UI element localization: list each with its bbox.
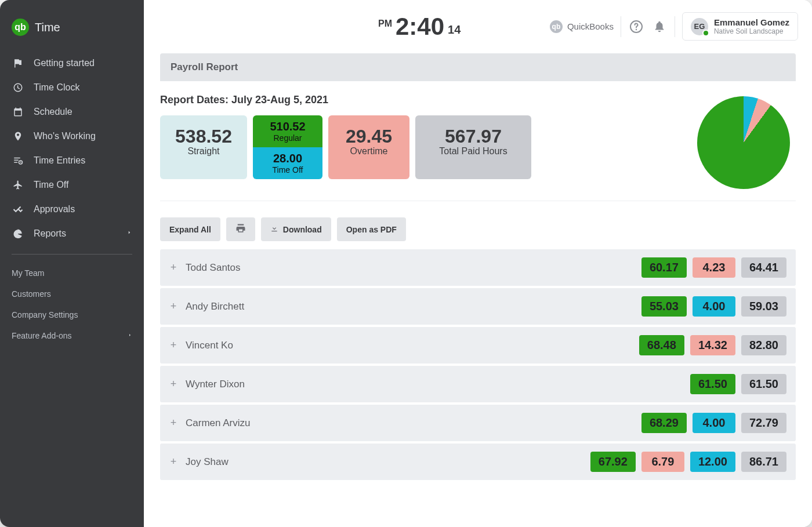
chevron-right-icon — [128, 331, 132, 340]
stat-label: Overtime — [341, 146, 397, 157]
chip-regular: 60.17 — [641, 257, 687, 278]
sidebar-item-time-off[interactable]: Time Off — [0, 173, 144, 197]
brand: qb Time — [0, 8, 144, 51]
sidebar-secondary-nav: My Team Customers Company Settings Featu… — [0, 263, 144, 346]
stat-value: 29.45 — [341, 126, 397, 147]
chip-regular: 68.29 — [641, 413, 687, 433]
sidebar-item-label: Getting started — [34, 58, 95, 68]
sidebar-item-my-team[interactable]: My Team — [0, 263, 144, 284]
svg-point-2 — [636, 28, 637, 30]
hours-pie-chart — [697, 96, 790, 189]
sidebar-item-label: Schedule — [34, 107, 72, 117]
quickbooks-link[interactable]: qb QuickBooks — [550, 20, 614, 33]
expand-icon[interactable]: + — [169, 339, 177, 351]
stat-card-overtime: 29.45 Overtime — [328, 115, 409, 179]
chip-timeoff: 12.00 — [690, 452, 735, 472]
sidebar-item-schedule[interactable]: Schedule — [0, 100, 144, 124]
notifications-button[interactable] — [651, 19, 668, 35]
chip-regular: 67.92 — [590, 452, 636, 472]
employee-row[interactable]: +Wynter Dixon61.5061.50 — [160, 366, 796, 402]
help-button[interactable] — [628, 19, 644, 35]
sidebar-item-label: Approvals — [34, 204, 75, 215]
expand-all-button[interactable]: Expand All — [160, 217, 220, 241]
chip-total: 86.71 — [741, 452, 786, 472]
double-check-icon — [12, 204, 24, 215]
expand-icon[interactable]: + — [169, 378, 177, 390]
user-name: Emmanuel Gomez — [714, 17, 789, 27]
chip-total: 64.41 — [741, 257, 786, 278]
hour-chips: 68.294.0072.79 — [641, 413, 786, 433]
sidebar-item-label: Reports — [34, 228, 66, 239]
button-label: Open as PDF — [346, 225, 397, 234]
sidebar-nav: Getting started Time Clock Schedule Who'… — [0, 51, 144, 246]
panel-title: Payroll Report — [160, 53, 796, 81]
hour-chips: 55.034.0059.03 — [641, 296, 786, 317]
quickbooks-label: QuickBooks — [567, 21, 614, 31]
chip-overtime: 4.23 — [693, 257, 735, 278]
main: PM 2:40 14 qb QuickBooks EG Emmanuel Gom… — [144, 0, 812, 527]
sidebar-item-label: Time Clock — [34, 82, 79, 93]
print-icon — [235, 223, 246, 235]
stat-label: Regular — [256, 133, 319, 143]
calendar-icon — [12, 107, 24, 117]
chip-overtime: 14.32 — [690, 335, 735, 355]
chip-total: 72.79 — [741, 413, 786, 433]
stat-label: Time Off — [256, 165, 319, 175]
sidebar-item-label: Who's Working — [34, 131, 96, 141]
hour-chips: 61.5061.50 — [690, 374, 786, 394]
quickbooks-logo-icon: qb — [550, 20, 563, 33]
expand-icon[interactable]: + — [169, 456, 177, 468]
chip-regular: 55.03 — [641, 296, 687, 317]
user-menu[interactable]: EG Emmanuel Gomez Native Soil Landscape — [682, 12, 798, 41]
sidebar-item-whos-working[interactable]: Who's Working — [0, 124, 144, 148]
sidebar-item-getting-started[interactable]: Getting started — [0, 51, 144, 75]
employee-row[interactable]: +Andy Birchett55.034.0059.03 — [160, 288, 796, 325]
open-pdf-button[interactable]: Open as PDF — [337, 217, 406, 241]
button-label: Download — [283, 225, 322, 234]
stat-card-regular: 510.52 Regular — [253, 115, 322, 147]
sidebar-item-reports[interactable]: Reports — [0, 221, 144, 246]
expand-icon[interactable]: + — [169, 300, 177, 312]
brand-logo-icon: qb — [12, 19, 29, 36]
hour-chips: 68.4814.3282.80 — [639, 335, 786, 355]
employee-name: Todd Santos — [186, 262, 241, 274]
clock-time: 2:40 — [396, 13, 444, 41]
content: Payroll Report Report Dates: July 23-Aug… — [144, 53, 812, 496]
sidebar-divider — [12, 254, 132, 255]
clock-ampm: PM — [378, 19, 392, 29]
print-button[interactable] — [226, 217, 255, 241]
sidebar-item-label: Time Entries — [34, 155, 85, 166]
flag-icon — [12, 58, 24, 68]
employee-row[interactable]: +Joy Shaw67.926.7912.0086.71 — [160, 444, 796, 480]
stat-card-total: 567.97 Total Paid Hours — [415, 115, 531, 179]
stat-value: 567.97 — [428, 126, 519, 147]
user-avatar: EG — [691, 18, 708, 35]
employee-row[interactable]: +Carmen Arvizu68.294.0072.79 — [160, 405, 796, 441]
sidebar-item-time-clock[interactable]: Time Clock — [0, 75, 144, 100]
clock-icon — [12, 82, 24, 93]
employee-row[interactable]: +Vincent Ko68.4814.3282.80 — [160, 327, 796, 364]
sidebar-item-time-entries[interactable]: Time Entries — [0, 148, 144, 173]
stat-card-regular-timeoff: 510.52 Regular 28.00 Time Off — [253, 115, 322, 179]
topbar-divider — [621, 16, 621, 37]
employee-row[interactable]: +Todd Santos60.174.2364.41 — [160, 249, 796, 286]
sidebar-item-approvals[interactable]: Approvals — [0, 197, 144, 221]
sidebar-item-label: My Team — [12, 268, 45, 278]
user-company: Native Soil Landscape — [714, 27, 789, 35]
employee-name: Joy Shaw — [186, 456, 229, 468]
stat-card-timeoff: 28.00 Time Off — [253, 147, 322, 179]
chip-timeoff: 4.00 — [693, 296, 735, 317]
expand-icon[interactable]: + — [169, 417, 177, 429]
sidebar-item-label: Feature Add-ons — [12, 331, 72, 340]
chip-total: 82.80 — [741, 335, 786, 355]
employee-name: Carmen Arvizu — [186, 417, 250, 429]
sidebar-item-customers[interactable]: Customers — [0, 284, 144, 304]
stat-value: 538.52 — [173, 126, 234, 147]
download-button[interactable]: Download — [261, 217, 331, 241]
sidebar-item-company-settings[interactable]: Company Settings — [0, 304, 144, 325]
sidebar-item-feature-addons[interactable]: Feature Add-ons — [0, 325, 144, 346]
stat-value: 510.52 — [256, 120, 319, 133]
expand-icon[interactable]: + — [169, 261, 177, 274]
topbar: PM 2:40 14 qb QuickBooks EG Emmanuel Gom… — [144, 0, 812, 53]
topbar-divider — [675, 16, 675, 37]
